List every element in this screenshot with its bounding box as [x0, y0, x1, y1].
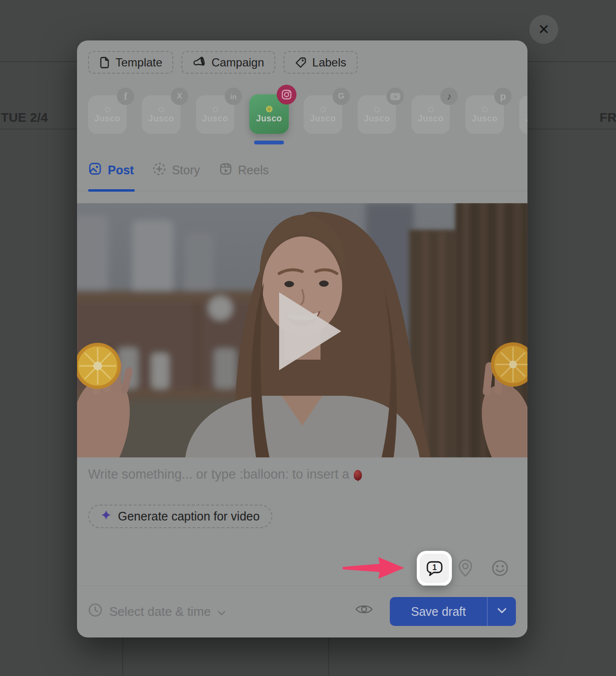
callout-arrow — [343, 556, 404, 582]
citrus-logo-icon — [104, 106, 111, 113]
save-draft-button[interactable]: Save draft — [390, 597, 488, 626]
tab-post[interactable]: Post — [88, 162, 134, 179]
citrus-logo-icon — [427, 106, 435, 113]
tag-icon — [295, 56, 307, 69]
labels-button[interactable]: Labels — [283, 51, 358, 74]
citrus-logo-icon — [320, 106, 327, 113]
save-options-button[interactable] — [488, 597, 516, 626]
account-name: Jusco — [418, 114, 444, 124]
balloon-emoji-icon — [354, 470, 362, 481]
tab-post-label: Post — [108, 163, 134, 177]
caption-placeholder: Write something... or type :balloon: to … — [88, 467, 349, 482]
campaign-button[interactable]: Campaign — [181, 51, 275, 74]
comment-count: 1 — [432, 563, 436, 571]
post-type-tabs: Post Story Reels — [88, 162, 269, 179]
schedule-selector[interactable]: Select date & time — [88, 598, 226, 625]
tiktok-badge-icon: ♪ — [440, 88, 458, 105]
account-name: Jusco — [202, 114, 228, 124]
account-name: Jusco — [148, 114, 174, 124]
emoji-button[interactable] — [491, 559, 509, 578]
x-badge-icon: X — [171, 88, 188, 105]
citrus-logo-icon — [265, 105, 273, 113]
story-plus-circle-icon — [153, 162, 166, 179]
caption-input[interactable]: Write something... or type :balloon: to … — [88, 467, 362, 482]
pinterest-badge-icon: p — [494, 88, 512, 105]
location-button[interactable] — [457, 559, 474, 579]
account-name: Jusco — [256, 114, 282, 124]
linkedin-badge-icon: in — [225, 88, 242, 105]
calendar-day-label: TUE 2/4 — [1, 110, 48, 125]
generate-caption-label: Generate caption for video — [118, 509, 260, 523]
account-name: Jusco — [310, 114, 336, 124]
post-composer-modal: Template Campaign Labels Jusco f — [77, 40, 527, 637]
location-pin-icon — [457, 572, 474, 579]
save-draft-split-button: Save draft — [390, 597, 516, 626]
account-avatar-tiktok[interactable]: Jusco ♪ — [411, 95, 450, 134]
close-icon: ✕ — [538, 21, 550, 38]
template-file-icon — [99, 56, 110, 69]
preview-button[interactable] — [355, 603, 373, 617]
tab-reels[interactable]: Reels — [219, 162, 269, 179]
account-avatar-linkedin[interactable]: Jusco in — [196, 95, 234, 134]
calendar-day-label: FR — [600, 110, 616, 125]
account-name: Jusco — [94, 114, 120, 124]
account-avatar-facebook[interactable]: Jusco f — [88, 95, 127, 134]
tab-reels-label: Reels — [238, 163, 269, 177]
account-avatar-youtube[interactable]: Jusco — [358, 95, 396, 134]
account-name: Jusco — [526, 114, 527, 124]
instagram-badge-icon — [277, 85, 296, 104]
footer-divider — [77, 585, 527, 586]
chevron-down-icon — [497, 608, 507, 615]
account-avatar-pinterest[interactable]: Jusco p — [465, 95, 504, 134]
citrus-logo-icon — [158, 106, 165, 113]
schedule-label: Select date & time — [109, 604, 211, 619]
eye-icon — [355, 610, 373, 617]
campaign-label: Campaign — [211, 56, 264, 69]
composer-chip-row: Template Campaign Labels — [88, 51, 358, 74]
citrus-logo-icon — [373, 106, 381, 113]
screen: TUE 2/4 FR ✕ Template Campaign — [0, 0, 616, 676]
labels-label: Labels — [312, 56, 346, 69]
chevron-down-icon — [218, 604, 226, 619]
account-avatar-x[interactable]: Jusco X — [142, 95, 180, 134]
account-avatar-more[interactable]: Jusco — [519, 95, 527, 134]
post-image-icon — [88, 162, 102, 179]
video-preview[interactable] — [77, 203, 527, 457]
sparkle-icon — [101, 509, 112, 523]
clock-icon — [88, 603, 103, 621]
citrus-logo-icon — [212, 106, 219, 113]
reels-icon — [219, 162, 232, 179]
account-avatar-google[interactable]: Jusco G — [304, 95, 342, 134]
youtube-badge-icon — [386, 88, 404, 105]
account-avatar-instagram-selected[interactable]: Jusco — [249, 94, 289, 134]
tabs-divider — [77, 191, 527, 191]
template-label: Template — [116, 56, 162, 69]
megaphone-icon — [192, 56, 206, 69]
tab-story[interactable]: Story — [153, 162, 200, 179]
account-name: Jusco — [472, 114, 498, 124]
google-badge-icon: G — [333, 88, 350, 105]
citrus-logo-icon — [481, 106, 488, 113]
template-button[interactable]: Template — [88, 51, 173, 74]
smiley-icon — [491, 571, 509, 578]
first-comment-button[interactable]: 1 — [417, 551, 452, 586]
selected-account-indicator — [254, 141, 284, 144]
modal-close-button[interactable]: ✕ — [529, 15, 558, 44]
tab-story-label: Story — [172, 163, 200, 177]
facebook-badge-icon: f — [117, 88, 134, 105]
comment-bubble-icon: 1 — [420, 554, 449, 583]
account-name: Jusco — [364, 114, 390, 124]
active-tab-underline — [88, 189, 135, 192]
generate-caption-button[interactable]: Generate caption for video — [88, 505, 272, 528]
